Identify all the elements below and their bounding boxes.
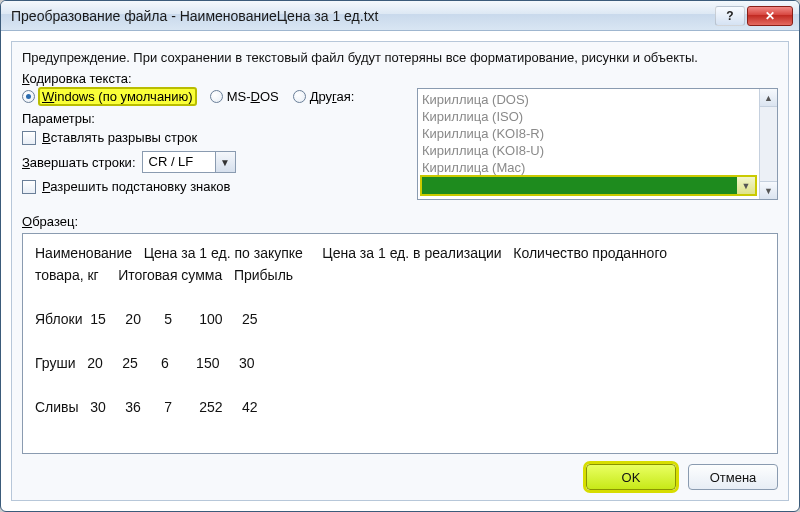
radio-msdos[interactable]: MS-DOS	[210, 89, 279, 104]
sample-blank	[35, 374, 765, 396]
chevron-down-icon[interactable]: ▼	[737, 177, 755, 194]
sample-row: Яблоки 15 20 5 100 25	[35, 308, 765, 330]
scroll-track[interactable]	[760, 107, 777, 181]
help-button[interactable]: ?	[715, 6, 745, 26]
dialog-content: Предупреждение. При сохранении в текстов…	[11, 41, 789, 501]
radio-dot-icon	[22, 90, 35, 103]
radio-other-label: Другая:	[310, 89, 355, 104]
encoding-left: Windows (по умолчанию) MS-DOS Другая: Па…	[22, 88, 417, 198]
radio-dot-icon	[293, 90, 306, 103]
radio-windows[interactable]: Windows (по умолчанию)	[22, 88, 196, 105]
list-item[interactable]: Кириллица (KOI8-U)	[422, 142, 755, 159]
encoding-listbox-col: Кириллица (DOS) Кириллица (ISO) Кириллиц…	[417, 88, 778, 200]
chevron-down-icon[interactable]: ▼	[215, 152, 235, 172]
params-label: Параметры:	[22, 111, 417, 126]
dialog-window: Преобразование файла - НаименованиеЦена …	[0, 0, 800, 512]
sample-row: Груши 20 25 6 150 30	[35, 352, 765, 374]
warning-text: Предупреждение. При сохранении в текстов…	[22, 50, 778, 65]
ok-button[interactable]: OK	[586, 464, 676, 490]
checkbox-allow-subst[interactable]: Разрешить подстановку знаков	[22, 179, 417, 194]
checkbox-break-lines[interactable]: Вставлять разрывы строк	[22, 130, 417, 145]
scroll-down-icon[interactable]: ▼	[760, 181, 777, 199]
checkbox-allow-subst-label: Разрешить подстановку знаков	[42, 179, 231, 194]
radio-group-encoding: Windows (по умолчанию) MS-DOS Другая:	[22, 88, 417, 105]
encoding-list-items: Кириллица (DOS) Кириллица (ISO) Кириллиц…	[418, 89, 759, 199]
line-ending-row: Завершать строки: CR / LF ▼	[22, 151, 417, 173]
line-ending-label: Завершать строки:	[22, 155, 136, 170]
encoding-row: Windows (по умолчанию) MS-DOS Другая: Па…	[22, 88, 778, 200]
radio-msdos-label: MS-DOS	[227, 89, 279, 104]
sample-header-1: Наименование Цена за 1 ед. по закупке Це…	[35, 242, 765, 264]
sample-preview: Наименование Цена за 1 ед. по закупке Це…	[22, 233, 778, 454]
encoding-listbox[interactable]: Кириллица (DOS) Кириллица (ISO) Кириллиц…	[417, 88, 778, 200]
titlebar-buttons: ? ✕	[715, 6, 793, 26]
line-ending-value: CR / LF	[143, 152, 215, 172]
sample-header-2: товара, кг Итоговая сумма Прибыль	[35, 264, 765, 286]
checkbox-icon	[22, 180, 36, 194]
line-ending-combo[interactable]: CR / LF ▼	[142, 151, 236, 173]
list-item-selected[interactable]: ▼	[422, 177, 755, 194]
list-item[interactable]: Кириллица (KOI8-R)	[422, 125, 755, 142]
titlebar[interactable]: Преобразование файла - НаименованиеЦена …	[1, 1, 799, 31]
cancel-button[interactable]: Отмена	[688, 464, 778, 490]
list-item[interactable]: Кириллица (ISO)	[422, 108, 755, 125]
sample-row: Сливы 30 36 7 252 42	[35, 396, 765, 418]
sample-label: Образец:	[22, 214, 778, 229]
scrollbar[interactable]: ▲ ▼	[759, 89, 777, 199]
encoding-label: Кодировка текста:	[22, 71, 778, 86]
scroll-up-icon[interactable]: ▲	[760, 89, 777, 107]
sample-blank	[35, 330, 765, 352]
radio-dot-icon	[210, 90, 223, 103]
window-title: Преобразование файла - НаименованиеЦена …	[11, 8, 715, 24]
dialog-footer: OK Отмена	[22, 464, 778, 490]
close-button[interactable]: ✕	[747, 6, 793, 26]
radio-other[interactable]: Другая:	[293, 89, 355, 104]
sample-blank	[35, 286, 765, 308]
radio-windows-label: Windows (по умолчанию)	[39, 88, 196, 105]
list-item[interactable]: Кириллица (DOS)	[422, 91, 755, 108]
checkbox-break-lines-label: Вставлять разрывы строк	[42, 130, 197, 145]
list-item[interactable]: Кириллица (Mac)	[422, 159, 755, 176]
checkbox-icon	[22, 131, 36, 145]
